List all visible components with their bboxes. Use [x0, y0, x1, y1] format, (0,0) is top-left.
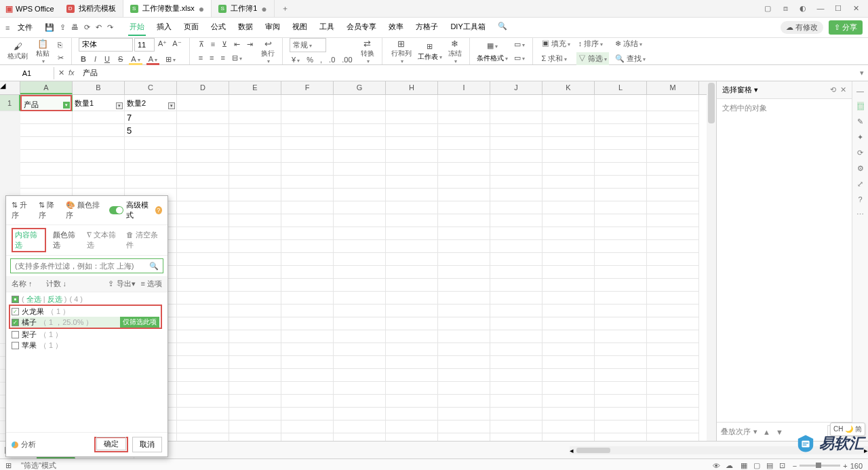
col-M[interactable]: M: [647, 81, 699, 94]
tab-workbook-2[interactable]: S 工作簿1 ●: [212, 0, 275, 17]
help-icon[interactable]: ?: [858, 195, 862, 203]
expand-icon[interactable]: ⤢: [857, 180, 863, 189]
fill-button[interactable]: ▣ 填充: [540, 37, 572, 50]
style-icon[interactable]: ✎: [857, 117, 863, 126]
menu-tools[interactable]: 工具: [318, 19, 336, 36]
dec-inc-icon[interactable]: .0: [327, 54, 337, 65]
preview-icon[interactable]: ⟳: [84, 23, 90, 32]
align-top-icon[interactable]: ⊼: [197, 39, 206, 50]
menu-insert[interactable]: 插入: [155, 19, 173, 36]
filter-item-0[interactable]: 火龙果 （ 1 ）: [12, 306, 159, 317]
maximize-button[interactable]: ☐: [833, 4, 844, 13]
align-left-icon[interactable]: ≡: [197, 52, 205, 64]
adv-toggle[interactable]: [109, 206, 123, 214]
search-icon[interactable]: 🔍: [149, 262, 159, 271]
checkbox[interactable]: [12, 319, 19, 326]
cell-C2[interactable]: 7: [125, 111, 177, 124]
sort-button[interactable]: ↕ 排序: [576, 37, 609, 50]
modified-indicator[interactable]: ☁ 有修改: [781, 21, 823, 34]
paste-button[interactable]: 📋粘贴: [34, 39, 52, 64]
col-H[interactable]: H: [386, 81, 438, 94]
menu-page[interactable]: 页面: [182, 19, 200, 36]
cell-C1[interactable]: 数量2▾: [125, 95, 177, 111]
close-panel-icon[interactable]: ✕: [840, 85, 846, 94]
underline-icon[interactable]: U: [102, 54, 112, 65]
print-icon[interactable]: 🖶: [71, 23, 79, 32]
layout-view-icon[interactable]: ⊡: [777, 461, 787, 469]
col-B[interactable]: B: [73, 81, 125, 94]
cell-A1[interactable]: 产品▾: [20, 95, 73, 111]
percent-icon[interactable]: %: [304, 54, 315, 65]
export-button[interactable]: ⇪ 导出▾: [108, 279, 135, 289]
col-L[interactable]: L: [595, 81, 647, 94]
text-filter-button[interactable]: ∇ 文本筛选: [87, 230, 121, 250]
menu-home[interactable]: 开始: [128, 19, 146, 36]
convert-button[interactable]: ⇄转换: [359, 39, 376, 64]
select-all-corner[interactable]: ◢: [0, 81, 20, 94]
wrap-button[interactable]: ↩换行: [259, 39, 277, 64]
menu-efficiency[interactable]: 效率: [387, 19, 405, 36]
zoom-in-button[interactable]: +: [843, 462, 847, 470]
menu-fangge[interactable]: 方格子: [414, 19, 439, 36]
align-indent-out-icon[interactable]: ⇤: [232, 39, 242, 50]
formula-input[interactable]: 产品: [79, 68, 856, 78]
analysis-button[interactable]: 分析: [12, 439, 36, 450]
sort-color-button[interactable]: 🎨 颜色排序: [66, 200, 102, 220]
menu-diy[interactable]: DIY工具箱: [449, 19, 486, 36]
menu-formula[interactable]: 公式: [210, 19, 227, 36]
color-filter-tab[interactable]: 颜色筛选: [53, 230, 81, 250]
stats-icon[interactable]: ☁: [726, 461, 733, 470]
fill-color-icon[interactable]: A: [129, 54, 142, 65]
worksheet-icon[interactable]: ⊞: [425, 41, 435, 52]
name-column-header[interactable]: 名称 ↑: [12, 279, 33, 289]
col-A[interactable]: A: [20, 81, 73, 94]
filter-search-box[interactable]: 🔍: [10, 258, 163, 273]
col-C[interactable]: C: [125, 81, 177, 94]
font-shrink-icon[interactable]: A⁻: [170, 38, 183, 52]
panel-icon[interactable]: ▢: [762, 4, 773, 13]
col-G[interactable]: G: [334, 81, 386, 94]
number-format-select[interactable]: 常规: [290, 38, 326, 52]
filter-item-2[interactable]: 梨子 （ 1 ）: [12, 329, 162, 340]
cell-styles-icon[interactable]: ▭: [512, 52, 527, 64]
format-painter-button[interactable]: 🖌格式刷: [5, 41, 30, 61]
italic-icon[interactable]: I: [92, 54, 98, 65]
search-icon[interactable]: 🔍: [496, 19, 509, 36]
cell-C3[interactable]: 5: [125, 124, 177, 137]
currency-icon[interactable]: ¥: [290, 54, 302, 65]
filter-btn-C1[interactable]: ▾: [168, 102, 175, 109]
share-button[interactable]: ⇧ 分享: [829, 20, 863, 35]
filter-item-1[interactable]: 橘子 （ 1 ，25.0% ） 仅筛选此项: [12, 317, 159, 328]
only-this-badge[interactable]: 仅筛选此项: [120, 317, 159, 328]
customize-icon[interactable]: ⊞: [5, 461, 12, 470]
avatar-icon[interactable]: ◐: [797, 4, 808, 13]
read-view-icon[interactable]: ▤: [764, 461, 775, 469]
styles-icon[interactable]: ▭: [512, 39, 527, 50]
zoom-value[interactable]: 160: [850, 462, 863, 470]
table-icon[interactable]: ▦: [485, 40, 500, 52]
cell-name-box[interactable]: [0, 67, 54, 79]
minimize-button[interactable]: —: [815, 4, 826, 13]
freeze-button[interactable]: ❄冻结: [446, 39, 464, 64]
redo-icon[interactable]: ↷: [107, 23, 113, 32]
page-view-icon[interactable]: ▢: [751, 461, 762, 469]
sync-icon[interactable]: 👁: [713, 462, 720, 470]
export-icon[interactable]: ⇪: [60, 23, 66, 32]
merge-icon[interactable]: ⊟: [230, 52, 244, 64]
bold-icon[interactable]: B: [79, 54, 88, 65]
sum-button[interactable]: Σ 求和: [540, 52, 572, 65]
align-right-icon[interactable]: ≡: [219, 52, 227, 64]
font-size-select[interactable]: [134, 38, 155, 52]
backup-icon[interactable]: ⟳: [857, 149, 863, 157]
cell-B1[interactable]: 数量1▾: [73, 95, 125, 111]
col-J[interactable]: J: [490, 81, 542, 94]
align-bottom-icon[interactable]: ⊻: [220, 39, 229, 50]
fx-icon[interactable]: fx: [68, 68, 75, 77]
sort-desc-button[interactable]: ⇅ 降序: [39, 200, 59, 220]
minimize-sidebar-icon[interactable]: —: [856, 87, 864, 95]
menu-vip[interactable]: 会员专享: [345, 19, 378, 36]
save-icon[interactable]: 💾: [45, 23, 54, 32]
dec-dec-icon[interactable]: .00: [340, 54, 354, 65]
col-I[interactable]: I: [438, 81, 490, 94]
align-center-icon[interactable]: ≡: [208, 52, 216, 64]
